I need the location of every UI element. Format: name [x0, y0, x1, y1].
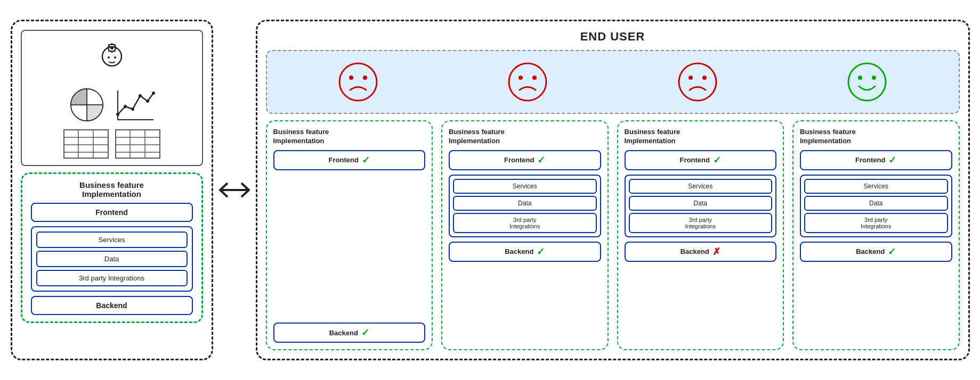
- svg-rect-10: [114, 49, 116, 52]
- scenario-4-frontend: Frontend ✓: [800, 150, 952, 170]
- svg-point-45: [858, 76, 862, 80]
- scenario-4-inner-group: Services Data 3rd partyIntegrations: [800, 175, 952, 237]
- scenario-2-data: Data: [453, 196, 597, 211]
- scenario-col-4: Business featureImplementation Frontend …: [792, 120, 960, 350]
- svg-point-17: [124, 105, 127, 108]
- svg-rect-8: [114, 44, 116, 46]
- svg-point-21: [152, 92, 155, 95]
- svg-point-37: [363, 76, 367, 80]
- impl-box-left: Business feature Implementation Frontend…: [21, 172, 203, 323]
- pie-chart-icon: [67, 85, 107, 125]
- svg-point-38: [509, 63, 546, 101]
- scenario-1-backend-check: ✓: [361, 327, 369, 338]
- scenario-4-backend: Backend ✓: [800, 242, 952, 262]
- scenario-3-title: Business featureImplementation: [625, 128, 777, 146]
- double-arrow-icon: [216, 177, 253, 203]
- svg-point-20: [146, 100, 149, 103]
- main-container: Business feature Implementation Frontend…: [11, 9, 970, 371]
- faces-row: [266, 50, 960, 114]
- brain-icon: [99, 42, 125, 68]
- scenario-4-title: Business featureImplementation: [800, 128, 952, 146]
- svg-rect-7: [108, 44, 110, 46]
- scenario-3-backend-cross: ✗: [712, 246, 720, 258]
- svg-rect-28: [116, 130, 160, 158]
- scenario-3-data: Data: [629, 196, 773, 211]
- scenario-2-backend: Backend ✓: [449, 242, 601, 262]
- table-icon-1: [63, 129, 109, 159]
- impl-title-left: Business feature Implementation: [31, 180, 193, 199]
- svg-point-44: [848, 63, 886, 101]
- scenario-4-frontend-check: ✓: [888, 154, 896, 166]
- svg-point-36: [349, 76, 353, 80]
- scenario-3-services: Services: [629, 179, 773, 194]
- grid-tables: [28, 129, 196, 159]
- svg-point-43: [702, 76, 707, 80]
- svg-rect-9: [108, 49, 110, 52]
- svg-point-12: [114, 56, 116, 59]
- svg-point-11: [108, 56, 110, 59]
- right-panel: END USER: [256, 20, 970, 360]
- scenario-2-inner-group: Services Data 3rd partyIntegrations: [449, 175, 601, 237]
- backend-group-left: Services Data 3rd party Integrations: [31, 226, 193, 292]
- scenario-3-frontend-check: ✓: [713, 154, 721, 166]
- scenario-3-3rd: 3rd partyIntegrations: [629, 213, 773, 233]
- svg-rect-6: [115, 47, 117, 49]
- table-icon-2: [115, 129, 160, 159]
- face-happy: [846, 61, 888, 103]
- line-chart-icon: [114, 85, 156, 125]
- svg-point-46: [872, 76, 876, 80]
- arrow-container: [213, 177, 256, 203]
- svg-rect-22: [64, 130, 108, 158]
- scenario-4-data: Data: [804, 196, 948, 211]
- scenario-1-frontend: Frontend ✓: [273, 150, 426, 170]
- svg-point-18: [131, 108, 134, 111]
- backend-layer-left: Backend: [31, 296, 193, 315]
- scenario-2-3rd: 3rd partyIntegrations: [453, 213, 597, 233]
- scenario-col-1: Business featureImplementation Frontend …: [266, 120, 433, 350]
- svg-point-39: [519, 76, 523, 80]
- third-party-layer-left: 3rd party Integrations: [36, 270, 188, 286]
- scenario-2-frontend: Frontend ✓: [449, 150, 601, 170]
- scenario-2-backend-check: ✓: [537, 246, 545, 258]
- face-sad-2: [506, 61, 549, 103]
- svg-rect-4: [111, 51, 112, 53]
- end-user-label: END USER: [266, 30, 960, 44]
- scenario-4-3rd: 3rd partyIntegrations: [804, 213, 948, 233]
- svg-point-41: [679, 63, 716, 101]
- face-sad-1: [337, 61, 379, 103]
- svg-rect-3: [111, 43, 112, 45]
- dashboard-box: [21, 30, 203, 166]
- left-panel: Business feature Implementation Frontend…: [11, 20, 213, 360]
- frontend-layer-left: Frontend: [31, 203, 193, 222]
- scenario-3-backend: Backend ✗: [625, 242, 777, 262]
- svg-point-2: [110, 46, 114, 49]
- scenario-3-inner-group: Services Data 3rd partyIntegrations: [625, 175, 777, 237]
- svg-rect-5: [107, 47, 109, 49]
- dashboard-charts: [28, 85, 196, 125]
- scenarios-row: Business featureImplementation Frontend …: [266, 120, 960, 350]
- svg-point-16: [116, 113, 119, 116]
- svg-point-40: [532, 76, 537, 80]
- svg-point-19: [139, 94, 142, 97]
- scenario-1-frontend-check: ✓: [362, 154, 370, 166]
- svg-point-42: [689, 76, 693, 80]
- scenario-1-backend: Backend ✓: [273, 323, 426, 343]
- scenario-3-frontend: Frontend ✓: [625, 150, 777, 170]
- scenario-col-2: Business featureImplementation Frontend …: [441, 120, 609, 350]
- scenario-col-3: Business featureImplementation Frontend …: [617, 120, 784, 350]
- scenario-4-services: Services: [804, 179, 948, 194]
- scenario-2-title: Business featureImplementation: [449, 128, 601, 146]
- scenario-4-backend-check: ✓: [888, 246, 896, 258]
- scenario-2-frontend-check: ✓: [537, 154, 545, 166]
- scenario-2-services: Services: [453, 179, 597, 194]
- scenario-1-title: Business featureImplementation: [273, 128, 426, 146]
- face-sad-3: [676, 61, 719, 103]
- svg-point-35: [339, 63, 377, 101]
- services-layer-left: Services: [36, 232, 188, 248]
- data-layer-left: Data: [36, 251, 188, 267]
